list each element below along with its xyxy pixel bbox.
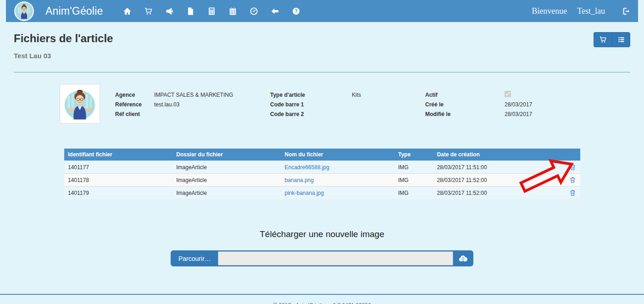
article-info: AgenceIMPACT SALES & MARKETING Référence… — [60, 84, 580, 124]
footer-copyright: © 2017 - Anim'Géolie - v2.7.6471.20056 — [273, 302, 371, 304]
reference-label: Référence — [115, 101, 154, 108]
header-divider — [14, 72, 630, 72]
upload-file-group: Parcourir… — [171, 250, 473, 266]
code-barre1-label: Code barre 1 — [270, 101, 352, 108]
cart-icon[interactable] — [138, 0, 159, 22]
file-link[interactable]: pink-banana.jpg — [285, 190, 324, 196]
page: Anim'Géolie — [0, 0, 644, 304]
calculator-icon[interactable] — [201, 0, 222, 22]
file-created: 28/03/2017 11:52:00 — [433, 187, 536, 199]
dashboard-icon[interactable] — [243, 0, 264, 22]
brand-avatar[interactable] — [14, 1, 34, 21]
article-fields: AgenceIMPACT SALES & MARKETING Référence… — [115, 84, 580, 124]
file-type: IMG — [394, 174, 433, 187]
col-header-name: Nom du fichier — [281, 149, 395, 161]
file-folder: ImageArticle — [172, 174, 281, 187]
file-id: 1401178 — [64, 174, 172, 187]
file-id: 1401177 — [64, 161, 172, 174]
files-table-wrap: Identifiant fichier Dossier du fichier N… — [64, 149, 580, 199]
modifie-le-value: 28/03/2017 — [505, 111, 532, 117]
cart-button[interactable] — [594, 32, 612, 47]
page-subtitle: Test Lau 03 — [14, 52, 113, 60]
files-table: Identifiant fichier Dossier du fichier N… — [64, 149, 580, 199]
ref-client-label: Réf client — [115, 111, 154, 117]
delete-file-button[interactable] — [569, 189, 577, 196]
file-link[interactable]: banana.png — [285, 177, 314, 183]
reference-value: test.lau.03 — [154, 101, 179, 108]
code-barre2-label: Code barre 2 — [270, 111, 352, 117]
file-folder: ImageArticle — [172, 161, 281, 174]
table-row: 1401177 ImageArticle Encadre66588.jpg IM… — [64, 161, 580, 174]
username-link[interactable]: Test_lau — [577, 6, 605, 16]
file-icon[interactable] — [180, 0, 201, 22]
file-created: 28/03/2017 11:52:00 — [433, 174, 536, 187]
file-id: 1401179 — [64, 187, 172, 199]
file-type: IMG — [394, 161, 433, 174]
navbar-menu: ? — [117, 0, 306, 22]
actif-checkbox[interactable] — [505, 91, 511, 97]
file-created: 28/03/2017 11:51:00 — [433, 161, 536, 174]
page-header: Fichiers de l'article Test Lau 03 — [0, 22, 644, 60]
upload-button[interactable] — [453, 251, 472, 265]
delete-file-button[interactable] — [569, 177, 577, 183]
file-link[interactable]: Encadre66588.jpg — [285, 164, 329, 171]
file-folder: ImageArticle — [172, 187, 281, 199]
browse-button[interactable]: Parcourir… — [172, 251, 218, 265]
modifie-le-label: Modifié le — [425, 111, 505, 117]
table-row: 1401178 ImageArticle banana.png IMG 28/0… — [64, 174, 580, 187]
upload-title: Télécharger une nouvelle image — [0, 229, 644, 239]
article-photo — [60, 84, 100, 124]
cree-le-value: 28/03/2017 — [505, 101, 532, 108]
type-article-label: Type d'article — [270, 92, 352, 98]
col-header-folder: Dossier du fichier — [172, 149, 281, 161]
agence-value: IMPACT SALES & MARKETING — [154, 92, 233, 98]
megaphone-icon[interactable] — [159, 0, 180, 22]
col-header-actions — [536, 149, 580, 161]
home-icon[interactable] — [117, 0, 138, 22]
col-header-id: Identifiant fichier — [64, 149, 172, 161]
header-button-group — [594, 32, 630, 47]
help-icon[interactable]: ? — [285, 0, 306, 22]
navbar-right: Bienvenue Test_lau — [532, 0, 633, 22]
cree-le-label: Créé le — [425, 101, 505, 108]
logout-icon[interactable] — [619, 0, 633, 22]
table-row: 1401179 ImageArticle pink-banana.jpg IMG… — [64, 187, 580, 199]
actif-label: Actif — [425, 92, 505, 98]
welcome-label: Bienvenue — [532, 6, 567, 16]
calendar-icon[interactable] — [222, 0, 243, 22]
agence-label: Agence — [115, 92, 154, 98]
footer: © 2017 - Anim'Géolie - v2.7.6471.20056 — [0, 294, 644, 304]
page-title: Fichiers de l'article — [14, 32, 113, 45]
delete-file-button[interactable] — [569, 164, 577, 171]
type-article-value: Kits — [352, 92, 361, 98]
back-arrow-icon[interactable] — [264, 0, 285, 22]
file-path-input[interactable] — [218, 251, 453, 265]
table-header-row: Identifiant fichier Dossier du fichier N… — [64, 149, 580, 161]
navbar: Anim'Géolie — [6, 0, 638, 22]
col-header-type: Type — [394, 149, 433, 161]
svg-text:?: ? — [294, 8, 298, 14]
brand-title[interactable]: Anim'Géolie — [45, 5, 103, 17]
list-button[interactable] — [612, 32, 630, 47]
col-header-date: Date de création — [433, 149, 536, 161]
file-type: IMG — [394, 187, 433, 199]
